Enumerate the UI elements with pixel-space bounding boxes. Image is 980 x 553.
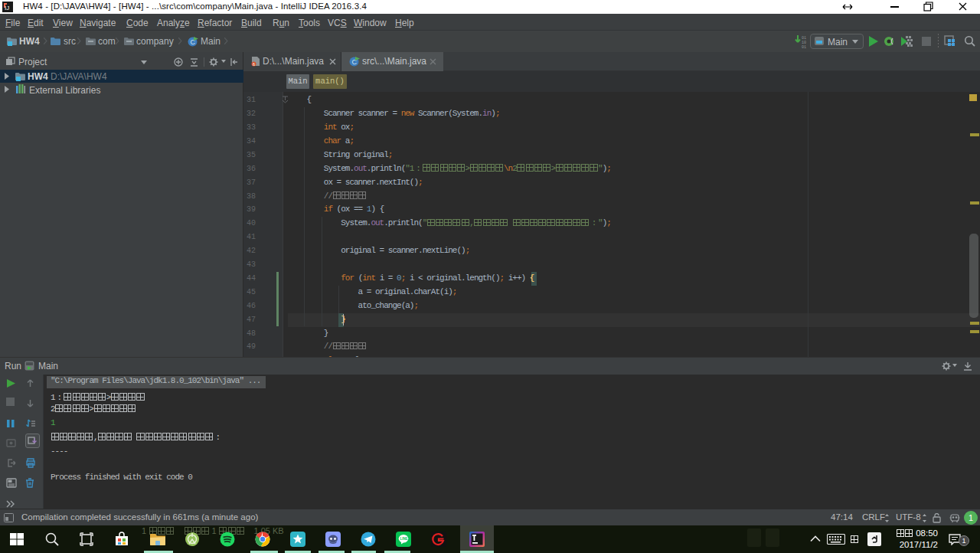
svg-text:01: 01 [802,45,806,48]
svg-text:IJ: IJ [5,5,9,11]
svg-text:LINE: LINE [400,537,408,541]
svg-text:6: 6 [253,62,255,67]
